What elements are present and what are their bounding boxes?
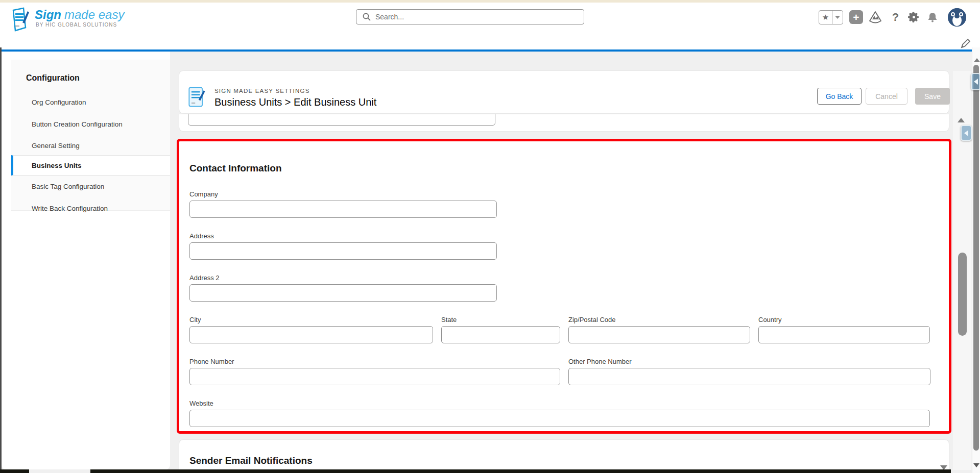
- search-input[interactable]: [375, 13, 569, 21]
- edit-page-pencil-icon[interactable]: [960, 38, 971, 49]
- phone-input[interactable]: [189, 368, 560, 385]
- field-row: Website: [189, 400, 930, 427]
- contact-information-section: Contact Information Company Address Addr…: [177, 139, 951, 434]
- global-actions-plus-button[interactable]: +: [849, 10, 863, 24]
- side-panel-toggle-bottom[interactable]: [961, 125, 972, 141]
- partial-input-field[interactable]: [188, 114, 495, 126]
- website-label: Website: [189, 400, 930, 407]
- notifications-bell-button[interactable]: [925, 10, 939, 24]
- page-scroll-thumb[interactable]: [973, 65, 979, 451]
- address-label: Address: [189, 232, 497, 240]
- field-row: Phone Number Other Phone Number: [189, 358, 930, 385]
- settings-sidebar: Configuration Org Configuration Button C…: [2, 52, 170, 470]
- page-header-card: SIGN MADE EASY SETTINGS Business Units >…: [179, 71, 949, 113]
- state-field: State: [441, 316, 560, 343]
- zip-field: Zip/Postal Code: [568, 316, 750, 343]
- country-input[interactable]: [758, 326, 930, 343]
- field-row: Company: [189, 190, 930, 218]
- inner-scroll-thumb[interactable]: [958, 253, 967, 336]
- sidebar-item-button-creation-configuration[interactable]: Button Creation Configuration: [11, 115, 170, 133]
- cancel-button[interactable]: Cancel: [866, 88, 907, 105]
- sidebar-item-label: Org Configuration: [32, 98, 86, 106]
- company-input[interactable]: [189, 201, 497, 218]
- arrow-left-icon: [964, 130, 968, 136]
- brand-name-bold: Sign: [35, 8, 61, 21]
- chevron-down-icon: [835, 16, 840, 19]
- phone-field: Phone Number: [189, 358, 560, 385]
- setup-gear-button[interactable]: [907, 10, 921, 24]
- city-field: City: [189, 316, 433, 343]
- sidebar-item-basic-tag-configuration[interactable]: Basic Tag Configuration: [11, 178, 170, 195]
- sidebar-item-label: General Setting: [32, 142, 80, 150]
- avatar-bear-icon: [948, 8, 966, 27]
- page-scroll-up-arrow[interactable]: [974, 58, 979, 62]
- sidebar-item-org-configuration[interactable]: Org Configuration: [11, 93, 170, 111]
- guidance-center-button[interactable]: [868, 10, 882, 24]
- city-label: City: [189, 316, 433, 323]
- address2-label: Address 2: [189, 274, 497, 282]
- page-eyebrow: SIGN MADE EASY SETTINGS: [214, 88, 310, 94]
- website-input[interactable]: [189, 410, 930, 427]
- other-phone-input[interactable]: [568, 368, 930, 385]
- sidebar-item-label: Business Units: [32, 162, 82, 169]
- question-mark-icon: ?: [892, 11, 899, 24]
- side-panel-toggle-top[interactable]: [971, 73, 980, 90]
- state-label: State: [441, 316, 560, 323]
- logo-document-icon: [10, 7, 31, 32]
- sidebar-item-label: Basic Tag Configuration: [32, 183, 104, 190]
- zip-input[interactable]: [568, 326, 750, 343]
- country-field: Country: [758, 316, 930, 343]
- bell-icon: [926, 11, 939, 23]
- brand-tagline: BY HIC GLOBAL SOLUTIONS: [36, 22, 117, 28]
- address2-field: Address 2: [189, 274, 497, 302]
- brand-logo: Signmade easy BY HIC GLOBAL SOLUTIONS: [10, 6, 163, 33]
- inner-scroll-up-arrow[interactable]: [958, 118, 965, 122]
- sidebar-item-write-back-configuration[interactable]: Write Back Configuration: [11, 200, 170, 217]
- other-phone-field: Other Phone Number: [568, 358, 930, 385]
- section-title: Sender Email Notifications: [189, 455, 313, 466]
- sidebar-item-label: Button Creation Configuration: [32, 120, 123, 128]
- sidebar-menu-block: Configuration Org Configuration Button C…: [11, 60, 170, 211]
- zip-label: Zip/Postal Code: [568, 316, 750, 323]
- address-field: Address: [189, 232, 497, 260]
- field-row: Address 2: [189, 274, 930, 302]
- settings-document-icon: [187, 86, 206, 108]
- sidebar-title: Configuration: [26, 73, 80, 83]
- field-row: City State Zip/Postal Code Country: [189, 316, 930, 343]
- sender-email-notifications-section: Sender Email Notifications: [179, 440, 949, 470]
- app-nav-bar: Sign Made Easy Sign Setup Sign Transacti…: [0, 34, 980, 49]
- brand-name: Signmade easy: [35, 8, 124, 22]
- city-input[interactable]: [189, 326, 433, 343]
- sidebar-item-business-units[interactable]: Business Units: [11, 155, 170, 176]
- address2-input[interactable]: [189, 284, 497, 302]
- country-label: Country: [758, 316, 930, 323]
- window-bottom-notch: [29, 469, 90, 473]
- state-input[interactable]: [441, 326, 560, 343]
- search-icon: [363, 13, 371, 21]
- help-button[interactable]: ?: [889, 10, 902, 24]
- favorites-caret-button[interactable]: [832, 11, 843, 24]
- sidebar-item-label: Write Back Configuration: [32, 205, 108, 212]
- save-button[interactable]: Save: [915, 88, 950, 105]
- go-back-button[interactable]: Go Back: [817, 88, 862, 105]
- user-avatar[interactable]: [948, 8, 966, 27]
- section-title: Contact Information: [189, 163, 930, 174]
- app-screen: Signmade easy BY HIC GLOBAL SOLUTIONS ★ …: [0, 0, 980, 473]
- page-title: Business Units > Edit Business Unit: [214, 96, 376, 108]
- favorite-star-button[interactable]: ★: [819, 11, 832, 24]
- sidebar-item-general-setting[interactable]: General Setting: [11, 137, 170, 154]
- phone-label: Phone Number: [189, 358, 560, 365]
- scrolled-section-remnant: [179, 114, 949, 131]
- other-phone-label: Other Phone Number: [568, 358, 930, 365]
- company-label: Company: [189, 190, 497, 198]
- website-field: Website: [189, 400, 930, 427]
- window-bottom-edge: [0, 469, 951, 473]
- arrow-left-icon: [974, 79, 978, 85]
- company-field: Company: [189, 190, 497, 218]
- address-input[interactable]: [189, 242, 497, 260]
- page-scroll-down-arrow[interactable]: [973, 463, 979, 467]
- favorites-control: ★: [819, 10, 843, 24]
- guidance-mountain-icon: [869, 11, 882, 24]
- field-row: Address: [189, 232, 930, 260]
- global-search[interactable]: [356, 9, 584, 24]
